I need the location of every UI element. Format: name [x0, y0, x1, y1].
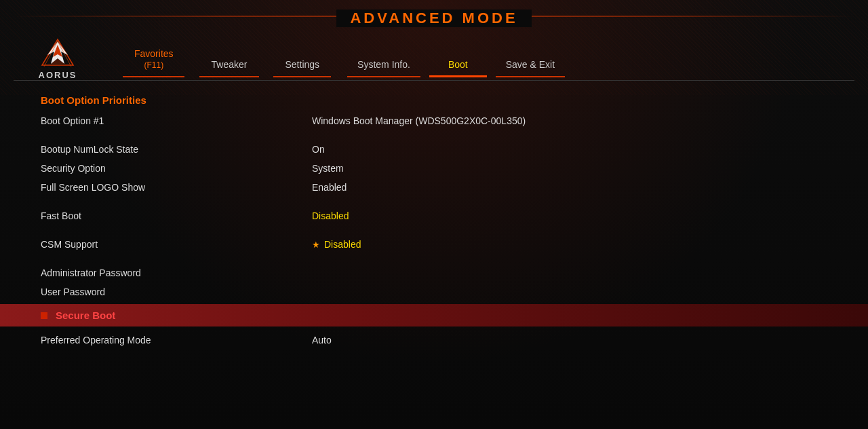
csm-support-label: CSM Support [41, 239, 312, 250]
preferred-operating-mode-label: Preferred Operating Mode [41, 335, 312, 346]
section-title-boot-priorities: Boot Option Priorities [41, 94, 827, 106]
tab-boot[interactable]: Boot [429, 52, 487, 77]
spacer-1 [41, 130, 827, 140]
security-option-value: System [312, 163, 344, 174]
fast-boot-value: Disabled [312, 210, 349, 221]
tab-save-exit[interactable]: Save & Exit [487, 52, 574, 77]
csm-support-value: ★Disabled [312, 239, 361, 250]
title-bar: ADVANCED MODE [14, 0, 854, 33]
tab-favorites[interactable]: Favorites(F11) [115, 41, 193, 77]
tab-tweaker-label: Tweaker [212, 59, 248, 70]
boot-priorities-section: Boot Option Priorities Boot Option #1 Wi… [41, 94, 827, 130]
tab-system-info-label: System Info. [357, 59, 410, 70]
secure-boot-row[interactable]: Secure Boot [0, 304, 868, 327]
csm-star-icon: ★ [312, 240, 320, 250]
preferred-operating-mode-value: Auto [312, 335, 332, 346]
boot-option-1-value: Windows Boot Manager (WDS500G2X0C-00L350… [312, 115, 526, 126]
tab-settings-label: Settings [285, 59, 320, 70]
boot-option-1-label: Boot Option #1 [41, 115, 312, 126]
logo-show-label: Full Screen LOGO Show [41, 182, 312, 193]
tab-boot-label: Boot [448, 59, 468, 70]
tab-system-info[interactable]: System Info. [338, 52, 429, 77]
setting-row-preferred-operating-mode[interactable]: Preferred Operating Mode Auto [41, 331, 827, 350]
secure-boot-indicator [41, 312, 47, 319]
setting-row-fast-boot[interactable]: Fast Boot Disabled [41, 206, 827, 225]
setting-row-security-option[interactable]: Security Option System [41, 159, 827, 178]
admin-password-label: Administrator Password [41, 267, 312, 278]
spacer-4 [41, 254, 827, 263]
tab-favorites-label: Favorites(F11) [134, 48, 174, 70]
setting-row-logo-show[interactable]: Full Screen LOGO Show Enabled [41, 178, 827, 197]
numlock-value: On [312, 144, 325, 155]
security-option-label: Security Option [41, 163, 312, 174]
aorus-logo-icon [41, 38, 75, 69]
numlock-label: Bootup NumLock State [41, 144, 312, 155]
logo-area: AORUS [27, 38, 88, 80]
navigation-area: AORUS Favorites(F11) Tweaker Settings Sy… [14, 33, 854, 81]
user-password-label: User Password [41, 286, 312, 297]
secure-boot-label: Secure Boot [56, 310, 115, 321]
logo-text: AORUS [39, 70, 77, 80]
tab-save-exit-label: Save & Exit [506, 59, 555, 70]
nav-tabs: Favorites(F11) Tweaker Settings System I… [115, 41, 841, 77]
fast-boot-label: Fast Boot [41, 210, 312, 221]
tab-tweaker[interactable]: Tweaker [193, 52, 267, 77]
setting-row-user-password[interactable]: User Password [41, 282, 827, 301]
header: ADVANCED MODE AORUS Favorites(F11) Tw [0, 0, 868, 81]
setting-row-csm-support[interactable]: CSM Support ★Disabled [41, 235, 827, 254]
setting-row-boot-option-1[interactable]: Boot Option #1 Windows Boot Manager (WDS… [41, 111, 827, 130]
spacer-3 [41, 225, 827, 235]
setting-row-numlock[interactable]: Bootup NumLock State On [41, 140, 827, 159]
page-title: ADVANCED MODE [336, 10, 531, 27]
logo-show-value: Enabled [312, 182, 347, 193]
spacer-2 [41, 197, 827, 206]
tab-settings[interactable]: Settings [267, 52, 339, 77]
main-content: Boot Option Priorities Boot Option #1 Wi… [0, 81, 868, 363]
setting-row-admin-password[interactable]: Administrator Password [41, 263, 827, 282]
